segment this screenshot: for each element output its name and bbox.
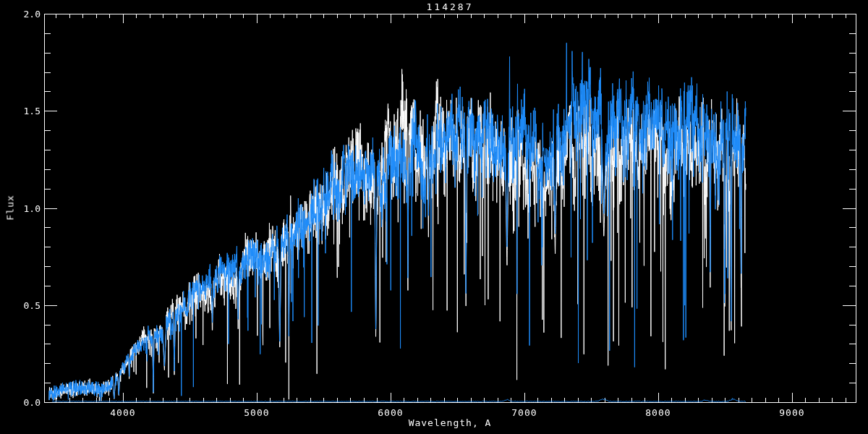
- x-tick-label: 4000: [101, 408, 145, 417]
- x-tick-label: 9000: [770, 408, 814, 417]
- y-tick-label: 1.0: [0, 204, 41, 213]
- x-axis-label: Wavelength, A: [44, 418, 856, 427]
- x-tick-label: 6000: [369, 408, 412, 417]
- spectrum-plot-window: 114287 Wavelength, A Flux 0.00.51.01.52.…: [0, 0, 868, 434]
- y-tick-label: 1.5: [0, 106, 41, 116]
- y-tick-label: 0.5: [0, 301, 41, 310]
- y-tick-label: 2.0: [0, 9, 41, 19]
- y-tick-label: 0.0: [0, 398, 41, 407]
- plot-title: 114287: [44, 2, 856, 12]
- x-tick-label: 8000: [637, 408, 680, 417]
- x-tick-label: 5000: [235, 408, 278, 417]
- spectrum-plot-canvas: [0, 0, 868, 434]
- x-tick-label: 7000: [503, 408, 546, 417]
